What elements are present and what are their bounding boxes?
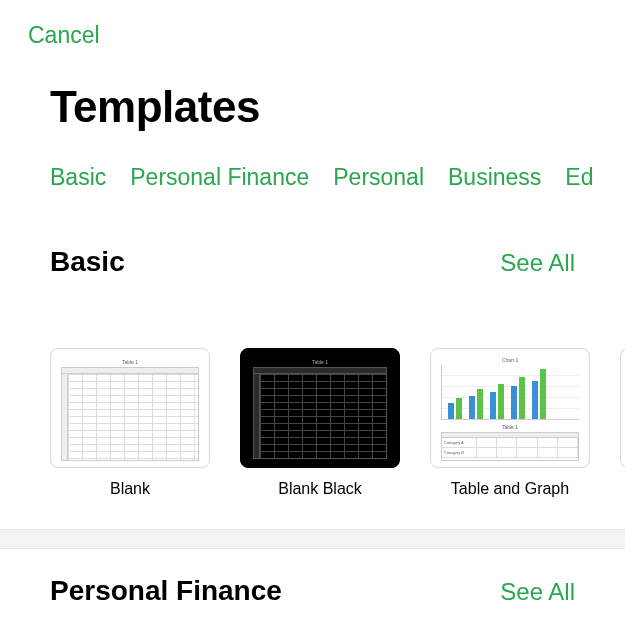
section-header-basic: Basic See All [50,246,575,278]
thumb-caption: Chart 1 [441,357,579,363]
mini-chart [441,365,579,420]
template-label: Piv [620,480,625,498]
template-pivot[interactable]: Pivot T Source Pivot Piv [620,348,625,518]
thumb-caption: Table 1 [61,359,199,365]
section-header-personal-finance: Personal Finance See All [50,575,575,607]
template-chooser: Cancel Templates Basic Personal Finance … [0,0,625,620]
template-thumbnail: Chart 1 Table 1 Category A Category [430,348,590,468]
page-title: Templates [50,82,260,132]
category-tab-education[interactable]: Ed [565,164,593,191]
template-label: Table and Graph [430,480,590,498]
mini-table: Category A Category B [441,432,579,461]
category-tab-basic[interactable]: Basic [50,164,106,191]
template-blank[interactable]: Table 1 Blank [50,348,210,518]
basic-template-row[interactable]: Table 1 Blank Table 1 [50,348,625,518]
template-thumbnail: Table 1 [240,348,400,468]
section-divider [0,529,625,549]
cancel-button[interactable]: Cancel [28,22,100,49]
section-title-personal-finance: Personal Finance [50,575,282,607]
template-label: Blank [50,480,210,498]
template-label: Blank Black [240,480,400,498]
cat-label: Category A [442,438,477,447]
category-tab-personal[interactable]: Personal [333,164,424,191]
cat-label: Category B [442,448,477,457]
mini-grid [61,367,199,461]
template-table-and-graph[interactable]: Chart 1 Table 1 Category A Category [430,348,590,518]
see-all-personal-finance[interactable]: See All [500,578,575,606]
see-all-basic[interactable]: See All [500,249,575,277]
template-thumbnail: Table 1 [50,348,210,468]
mini-grid [253,367,387,459]
category-tab-personal-finance[interactable]: Personal Finance [130,164,309,191]
thumb-caption: Table 1 [253,359,387,365]
category-tabs: Basic Personal Finance Personal Business… [50,164,625,191]
section-title-basic: Basic [50,246,125,278]
category-tab-business[interactable]: Business [448,164,541,191]
template-blank-black[interactable]: Table 1 Blank Black [240,348,400,518]
template-thumbnail: Pivot T Source Pivot [620,348,625,468]
thumb-caption: Table 1 [441,424,579,430]
